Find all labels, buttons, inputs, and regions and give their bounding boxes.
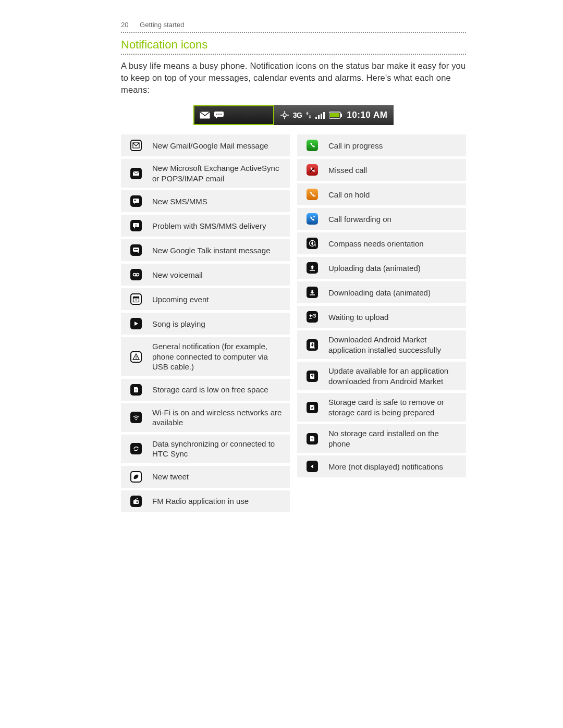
- svg-marker-28: [134, 227, 136, 229]
- svg-text:?: ?: [311, 437, 313, 441]
- icon-cell: [302, 140, 322, 151]
- icon-label: Downloaded Android Market application in…: [322, 335, 460, 355]
- icon-cell: [302, 164, 322, 176]
- svg-rect-17: [321, 114, 322, 119]
- table-row: New Gmail/Google Mail message: [121, 134, 290, 156]
- svg-rect-14: [310, 115, 311, 117]
- icon-cell: [302, 371, 322, 382]
- svg-point-48: [137, 501, 138, 503]
- svg-point-5: [221, 114, 222, 115]
- svg-point-44: [136, 419, 137, 420]
- svg-rect-61: [312, 290, 313, 292]
- icon-cell: [126, 168, 146, 179]
- play-icon: [130, 318, 142, 329]
- mail-icon: [130, 168, 142, 179]
- table-row: New Google Talk instant message: [121, 239, 290, 261]
- icon-cell: [302, 339, 322, 351]
- call-hold-icon: [307, 189, 318, 200]
- svg-rect-18: [323, 112, 325, 119]
- icon-label: More (not displayed) notifications: [322, 462, 460, 472]
- icon-label: New Google Talk instant message: [146, 245, 284, 256]
- sms-problem-icon: !: [130, 220, 142, 231]
- alert-icon: [130, 351, 142, 363]
- status-bar-status-area: 3G 10:10 AM: [274, 105, 394, 125]
- call-forward-icon: [307, 213, 318, 225]
- table-row: Downloaded Android Market application in…: [297, 330, 466, 359]
- svg-rect-52: [315, 195, 315, 197]
- icon-cell: [126, 318, 146, 329]
- svg-point-6: [283, 114, 286, 117]
- svg-marker-13: [309, 117, 311, 119]
- svg-text:!: !: [315, 244, 316, 247]
- table-row: Wi-Fi is on and wireless networks are av…: [121, 403, 290, 432]
- svg-rect-20: [330, 113, 339, 117]
- table-row: ?No storage card installed on the phone: [297, 424, 466, 453]
- icon-label: Wi-Fi is on and wireless networks are av…: [146, 408, 284, 428]
- svg-text:1: 1: [135, 299, 137, 302]
- svg-point-42: [136, 358, 137, 359]
- icon-cell: [126, 140, 146, 151]
- section-name: Getting started: [140, 21, 184, 29]
- network-type-label: 3G: [293, 111, 302, 119]
- svg-marker-2: [216, 117, 218, 119]
- svg-marker-25: [134, 202, 136, 204]
- icon-cell: [302, 262, 322, 274]
- more-icon: [307, 461, 318, 472]
- left-icon-column: New Gmail/Google Mail messageNew Microso…: [121, 134, 290, 512]
- icon-label: Update available for an application down…: [322, 366, 460, 386]
- svg-marker-54: [314, 216, 315, 218]
- status-bar-figure: 3G 10:10 AM: [121, 105, 466, 125]
- icon-cell: ?: [302, 433, 322, 445]
- svg-rect-24: [133, 199, 139, 203]
- table-row: More (not displayed) notifications: [297, 455, 466, 477]
- svg-marker-56: [311, 241, 313, 246]
- icon-cell: [126, 443, 146, 454]
- icon-label: General notification (for example, phone…: [146, 341, 284, 372]
- icon-cell: [126, 496, 146, 507]
- battery-icon: [329, 112, 342, 119]
- svg-rect-21: [340, 114, 342, 117]
- table-row: Data synchronizing or connected to HTC S…: [121, 435, 290, 463]
- icon-cell: [302, 213, 322, 225]
- svg-marker-77: [311, 464, 313, 468]
- svg-rect-63: [310, 294, 315, 295]
- icon-cell: [126, 412, 146, 423]
- icon-label: FM Radio application in use: [146, 496, 284, 507]
- svg-rect-26: [134, 200, 136, 201]
- icon-label: New SMS/MMS: [146, 196, 284, 207]
- calendar-icon: 1: [130, 293, 142, 305]
- sync-icon: [130, 443, 142, 454]
- icon-label: Upcoming event: [146, 294, 284, 305]
- icon-label: Storage card is low on free space: [146, 385, 284, 395]
- table-row: Song is playing: [121, 313, 290, 335]
- sms-icon: [214, 112, 224, 119]
- icon-label: Missed call: [322, 165, 460, 176]
- table-row: Uploading data (animated): [297, 257, 466, 279]
- upload-icon: [307, 262, 318, 274]
- svg-line-49: [134, 498, 138, 500]
- compass-icon: !: [307, 238, 318, 249]
- svg-rect-72: [312, 343, 313, 344]
- table-row: Call on hold: [297, 183, 466, 205]
- svg-rect-15: [315, 117, 317, 119]
- svg-point-3: [216, 114, 217, 115]
- section-heading: Notification icons: [121, 38, 466, 55]
- svg-rect-12: [307, 114, 308, 115]
- sd-safe-icon: [307, 402, 318, 413]
- icon-label: New Microsoft Exchange ActiveSync or POP…: [146, 163, 284, 183]
- download-icon: [307, 287, 318, 298]
- svg-rect-16: [318, 115, 320, 119]
- table-row: Call in progress: [297, 134, 466, 156]
- sd-none-icon: ?: [307, 433, 318, 445]
- voicemail-icon: [130, 269, 142, 280]
- icon-cell: [302, 402, 322, 413]
- icon-label: New voicemail: [146, 270, 284, 280]
- update-icon: [307, 371, 318, 382]
- svg-rect-60: [310, 270, 315, 271]
- document-page: 20 Getting started Notification icons A …: [0, 0, 563, 544]
- icon-cell: [126, 269, 146, 280]
- icon-cell: [126, 471, 146, 483]
- icon-label: Uploading data (animated): [322, 263, 460, 274]
- icon-label: Storage card is safe to remove or storag…: [322, 397, 460, 417]
- installed-icon: [307, 339, 318, 351]
